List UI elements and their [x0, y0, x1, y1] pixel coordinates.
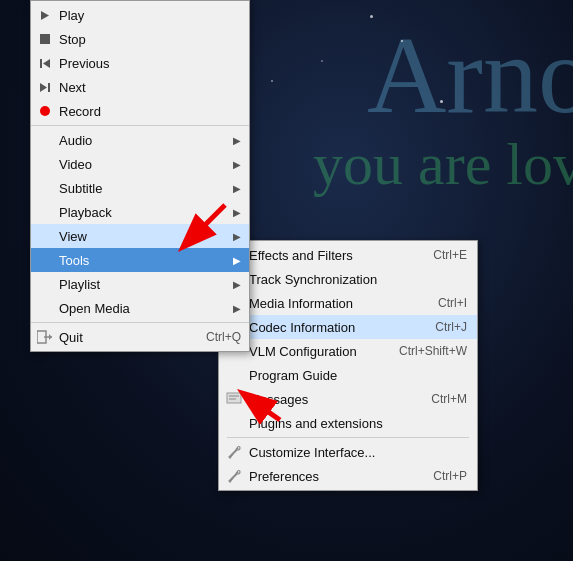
menu-stop[interactable]: Stop: [31, 27, 249, 51]
submenu-arrow: ▶: [233, 135, 241, 146]
record-icon: [36, 102, 54, 120]
wrench-icon2: [224, 466, 244, 486]
previous-icon: [36, 54, 54, 72]
menu-play[interactable]: Play: [31, 3, 249, 27]
submenu-customize[interactable]: Customize Interface...: [219, 440, 477, 464]
play-icon: [36, 6, 54, 24]
menu-quit[interactable]: Quit Ctrl+Q: [31, 325, 249, 349]
menu-audio[interactable]: Audio ▶: [31, 128, 249, 152]
wrench-icon: [224, 442, 244, 462]
menu-openmedia[interactable]: Open Media ▶: [31, 296, 249, 320]
svg-marker-3: [40, 83, 47, 92]
main-menu: Play Stop Previous Next Record Audio ▶ V…: [30, 0, 250, 352]
next-icon: [36, 78, 54, 96]
submenu-mediainfo[interactable]: i Media Information Ctrl+I: [219, 291, 477, 315]
svg-rect-2: [40, 59, 42, 68]
red-arrow-codec: [210, 360, 290, 443]
svg-marker-0: [41, 11, 49, 20]
svg-rect-4: [48, 83, 50, 92]
submenu-arrow: ▶: [233, 279, 241, 290]
stop-icon: [36, 30, 54, 48]
separator-1: [31, 125, 249, 126]
menu-previous[interactable]: Previous: [31, 51, 249, 75]
submenu-arrow: ▶: [233, 303, 241, 314]
submenu-arrow: ▶: [233, 159, 241, 170]
svg-point-19: [237, 472, 239, 474]
menu-next[interactable]: Next: [31, 75, 249, 99]
submenu-effects[interactable]: Effects and Filters Ctrl+E: [219, 243, 477, 267]
svg-point-18: [237, 448, 239, 450]
separator-2: [31, 322, 249, 323]
menu-video[interactable]: Video ▶: [31, 152, 249, 176]
submenu-codecinfo[interactable]: i Codec Information Ctrl+J: [219, 315, 477, 339]
quit-icon: [36, 328, 54, 346]
menu-record[interactable]: Record: [31, 99, 249, 123]
bg-text1: Arno: [367, 20, 573, 130]
submenu-tracksync[interactable]: Track Synchronization: [219, 267, 477, 291]
red-arrow-view: [155, 195, 235, 278]
submenu-arrow: ▶: [233, 183, 241, 194]
bg-text2: you are lov: [313, 130, 573, 199]
svg-marker-7: [49, 334, 52, 340]
svg-marker-1: [43, 59, 50, 68]
submenu-preferences[interactable]: Preferences Ctrl+P: [219, 464, 477, 488]
